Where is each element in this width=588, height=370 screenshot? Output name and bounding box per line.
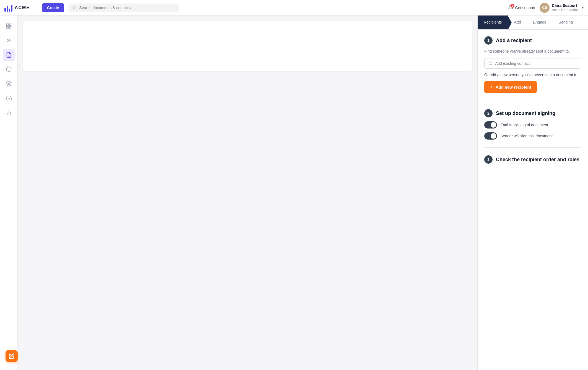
section2-header: 2 Set up document signing (484, 109, 581, 117)
enable-signing-toggle[interactable] (484, 121, 497, 129)
step2-badge: 2 (484, 109, 493, 117)
logo-text: ACME (15, 5, 30, 10)
user-name: Clara Seaport (552, 3, 579, 8)
create-button[interactable]: Create (42, 3, 64, 12)
contact-search-icon (488, 61, 493, 66)
or-text: Or add a new person you've never sent a … (484, 73, 581, 77)
tab-sending[interactable]: Sending (553, 16, 579, 29)
logo-icon (4, 4, 12, 12)
sidebar-item-inbox[interactable] (3, 92, 15, 104)
svg-rect-5 (9, 27, 11, 28)
divider-2 (484, 147, 581, 148)
existing-contact-input[interactable] (495, 61, 577, 66)
sidebar-item-box[interactable] (3, 63, 15, 75)
tab-recipients[interactable]: Recipients (478, 16, 508, 29)
user-info: Clara Seaport Acme Corporation (552, 3, 579, 12)
svg-point-13 (489, 62, 492, 65)
user-org: Acme Corporation (552, 8, 579, 12)
chevron-down-icon: ▾ (582, 6, 584, 10)
toggle-row-1: Enable signing of document (484, 121, 581, 129)
content-area: Recipients Add Engage Sending 1 Add a re… (18, 16, 588, 370)
tab-engage[interactable]: Engage (527, 16, 552, 29)
svg-marker-8 (6, 81, 11, 84)
main-layout: Recipients Add Engage Sending 1 Add a re… (0, 16, 588, 370)
search-icon (73, 6, 77, 10)
divider-1 (484, 101, 581, 101)
panel-content: 1 Add a recipient Find someone you've al… (478, 30, 588, 170)
support-label: Get support (515, 6, 535, 10)
svg-line-1 (76, 9, 77, 9)
section-signing: 2 Set up document signing Enable signing… (484, 109, 581, 140)
svg-line-14 (491, 64, 492, 65)
toggle1-label: Enable signing of document (500, 123, 548, 127)
section1-desc: Find someone you've already sent a docum… (484, 48, 581, 54)
user-menu[interactable]: CS Clara Seaport Acme Corporation ▾ (540, 3, 584, 13)
notification-icon: 1 (508, 5, 513, 11)
toggle-row-2: Sender will sign this document (484, 132, 581, 140)
section2-title: Set up document signing (496, 111, 555, 116)
tab-bar: Recipients Add Engage Sending (478, 16, 588, 30)
section-order: 3 Check the recipient order and roles (484, 155, 581, 164)
section-add-recipient: 1 Add a recipient Find someone you've al… (484, 36, 581, 93)
step1-badge: 1 (484, 36, 493, 45)
topnav: ACME Create 1 Get support CS Clara Seapo… (0, 0, 588, 16)
edit-fab[interactable] (6, 350, 18, 362)
section3-title: Check the recipient order and roles (496, 157, 579, 163)
toggle-knob-2 (491, 133, 496, 139)
logo-area: ACME (4, 4, 38, 12)
svg-rect-4 (6, 27, 8, 28)
search-input[interactable] (79, 6, 175, 10)
step3-badge: 3 (484, 155, 493, 164)
sidebar-item-arrows[interactable] (3, 34, 15, 47)
sidebar-item-document[interactable] (3, 49, 15, 61)
plus-icon: + (490, 84, 493, 90)
doc-preview (18, 16, 477, 370)
svg-rect-2 (6, 24, 8, 25)
sidebar (0, 16, 18, 370)
sidebar-item-layers[interactable] (3, 78, 15, 90)
right-panel: Recipients Add Engage Sending 1 Add a re… (477, 16, 588, 370)
section1-header: 1 Add a recipient (484, 36, 581, 45)
sidebar-item-dashboard[interactable] (3, 20, 15, 32)
add-recipient-label: Add new recipient (496, 85, 531, 89)
notification-badge: 1 (511, 4, 514, 8)
svg-rect-3 (9, 24, 11, 25)
svg-point-0 (73, 6, 76, 9)
avatar: CS (540, 3, 550, 13)
toggle-knob-1 (491, 122, 496, 128)
toggle2-label: Sender will sign this document (500, 134, 553, 138)
doc-card (23, 21, 472, 71)
nav-right: 1 Get support CS Clara Seaport Acme Corp… (508, 3, 584, 13)
edit-icon (9, 353, 14, 359)
section3-header: 3 Check the recipient order and roles (484, 155, 581, 164)
support-button[interactable]: 1 Get support (508, 5, 535, 11)
add-new-recipient-button[interactable]: + Add new recipient (484, 81, 537, 93)
sidebar-item-chart[interactable] (3, 106, 15, 119)
search-box[interactable] (69, 4, 179, 12)
sender-sign-toggle[interactable] (484, 132, 497, 140)
contact-search-box[interactable] (484, 58, 581, 69)
section1-title: Add a recipient (496, 38, 532, 43)
